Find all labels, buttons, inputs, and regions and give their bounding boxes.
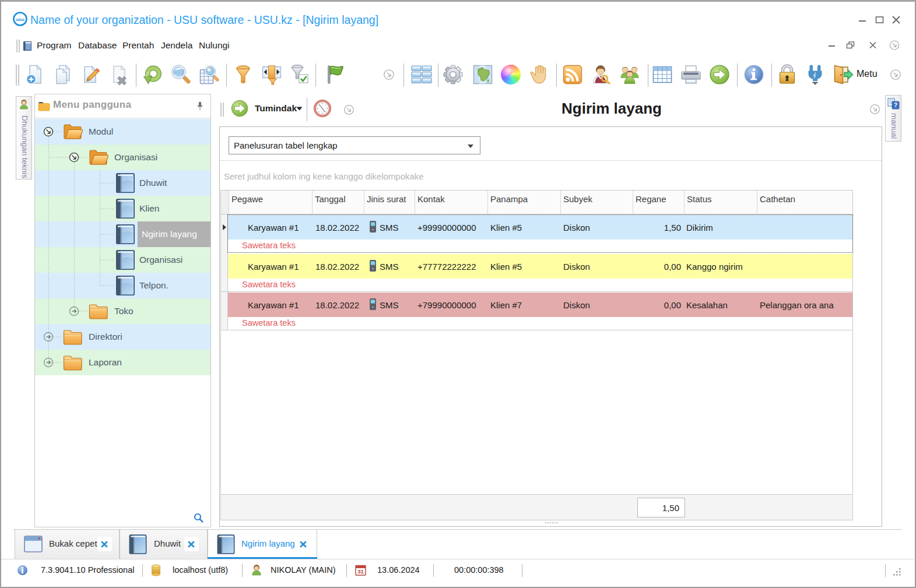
svg-text:Dhuwit: Dhuwit — [139, 178, 167, 188]
svg-text:Toko: Toko — [114, 306, 134, 316]
svg-text:Laporan: Laporan — [89, 357, 122, 367]
svg-text:31: 31 — [357, 568, 364, 575]
svg-text:Organisasi: Organisasi — [139, 255, 183, 265]
svg-text:Telpon.: Telpon. — [139, 280, 169, 290]
svg-text:Klien: Klien — [139, 203, 159, 213]
svg-text:usu: usu — [16, 17, 24, 22]
svg-text:Ngirim layang: Ngirim layang — [142, 229, 197, 239]
svg-text:Modul: Modul — [89, 126, 113, 136]
svg-text:Direktori: Direktori — [89, 332, 122, 341]
svg-text:?: ? — [894, 102, 897, 108]
svg-text:Organisasi: Organisasi — [114, 152, 157, 162]
